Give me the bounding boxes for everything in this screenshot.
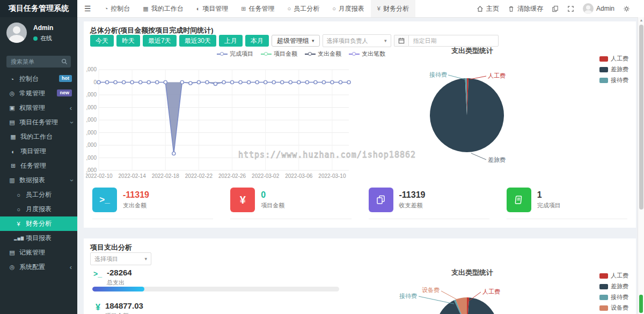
clear-cache-button[interactable]: 清除缓存 (508, 4, 543, 13)
pie-legend-item[interactable]: 差旅费 (599, 282, 628, 290)
pie-legend-item[interactable]: 设备费 (599, 304, 628, 312)
fullscreen-button[interactable] (567, 5, 574, 12)
svg-text:2022-02-18: 2022-02-18 (152, 173, 180, 179)
sidebar-item-console[interactable]: ◔ 控制台 hot (0, 72, 77, 86)
new-badge: new (57, 89, 72, 96)
expense-type-pie-chart[interactable]: 接待费 人工费 差旅费 (397, 58, 547, 184)
sidebar-item-label: 项目报表 (26, 234, 52, 243)
leader-line (448, 75, 465, 79)
stat-label: 项目金额 (261, 201, 284, 210)
circle-o-icon: ○ (288, 5, 291, 12)
home-button[interactable]: 主页 (477, 4, 499, 13)
date-input[interactable] (408, 35, 499, 47)
user-label: Admin (596, 5, 614, 12)
search-input[interactable] (10, 58, 61, 65)
sidebar-item-project-tasks[interactable]: ▤ 项目任务管理 ‹ (0, 115, 77, 130)
tab-monthly-report[interactable]: ○ 月度报表 (326, 0, 371, 17)
sidebar-item-system-config[interactable]: ◎ 系统配置 ‹ (0, 260, 77, 274)
filter-thismonth-button[interactable]: 本月 (245, 35, 269, 47)
pie-label-reception: 接待费 (429, 71, 447, 78)
tab-label: 我的工作台 (151, 4, 184, 13)
pie-label-reception: 接待费 (399, 293, 417, 299)
filter-yesterday-button[interactable]: 昨天 (116, 35, 140, 47)
filter-lastmonth-button[interactable]: 上月 (219, 35, 243, 47)
sidebar-item-monthly-report[interactable]: ○ 月度报表 (0, 202, 77, 216)
stat-balance: -11319 收支差额 (369, 185, 489, 219)
copy-icon (552, 5, 559, 12)
svg-text:2022-02-22: 2022-02-22 (185, 173, 213, 179)
copy-icon (369, 188, 393, 212)
copy-button[interactable] (552, 5, 559, 12)
line-chart[interactable]: ,0000,000,000,000,000,000,000,0002022-02… (86, 65, 354, 184)
legend-item-expense-amount[interactable]: 支出金额 (305, 50, 341, 58)
pie-legend-item[interactable]: 接待费 (599, 76, 628, 84)
caret-down-icon: ▾ (312, 38, 314, 43)
scrollbar-track[interactable]: ▲ (638, 17, 644, 314)
calendar-icon (398, 38, 405, 44)
sidebar-item-label: 权限管理 (19, 103, 45, 113)
inner-scrollbar-thumb[interactable] (639, 295, 643, 313)
sidebar-item-employee-analysis[interactable]: ○ 员工分析 (0, 188, 77, 202)
pie-legend-item[interactable]: 接待费 (599, 293, 628, 301)
sidebar-item-workbench[interactable]: ▦ 我的工作台 (0, 130, 77, 144)
tab-workbench[interactable]: ▦ 我的工作台 (136, 0, 189, 17)
pie-legend-item[interactable]: 人工费 (599, 272, 628, 280)
legend-item-completed-projects[interactable]: 完成项目 (217, 50, 253, 58)
scrollbar-thumb[interactable] (639, 25, 643, 210)
owner-select[interactable]: 选择项目负责人 ▾ (323, 34, 391, 47)
group-dropdown-button[interactable]: 超级管理组 ▾ (272, 35, 320, 47)
user-menu[interactable]: Admin (583, 3, 614, 14)
filter-7days-button[interactable]: 最近7天 (143, 35, 177, 47)
svg-text:,000: ,000 (86, 104, 97, 110)
sidebar-item-task-mgmt[interactable]: ⊞ 任务管理 (0, 159, 77, 173)
svg-text:2022-02-10: 2022-02-10 (86, 173, 113, 179)
tab-project-mgmt[interactable]: ◐ 项目管理 (190, 0, 235, 17)
legend-item-project-amount[interactable]: 项目金额 (261, 50, 297, 58)
project-select[interactable]: 选择项目 ▾ (90, 252, 151, 265)
tab-task-mgmt[interactable]: ⊞ 任务管理 (235, 0, 281, 17)
pie-legend-item[interactable]: 人工费 (599, 55, 628, 63)
online-dot-icon (33, 36, 38, 41)
tab-console[interactable]: ◔ 控制台 (98, 0, 137, 17)
stat-label: 支出金额 (123, 201, 149, 210)
sidebar-item-finance-analysis[interactable]: ¥ 财务分析 (0, 216, 77, 231)
task-icon: ⊞ (241, 5, 246, 12)
stat-expense-amount: >_ -11319 支出金额 (92, 185, 213, 219)
hamburger-icon[interactable]: ☰ (77, 4, 98, 13)
sidebar-item-data-report[interactable]: ▥ 数据报表 ‹ (0, 173, 77, 188)
tab-employee-analysis[interactable]: ○ 员工分析 (281, 0, 326, 17)
caret-down-icon: ▾ (384, 38, 387, 43)
avatar[interactable] (6, 23, 27, 43)
expense-type-pie-chart-2[interactable]: 接待费 设备费 人工费 (397, 271, 547, 314)
calendar-button[interactable] (394, 35, 408, 47)
sidebar-nav: ◔ 控制台 hot ◎ 常规管理 new ▣ 权限管理 ‹ ▤ 项目任务管理 ‹… (0, 72, 77, 274)
caret-down-icon: ▾ (144, 256, 147, 261)
legend-item-expense-count[interactable]: 支出笔数 (349, 50, 385, 58)
leader-line (441, 291, 461, 302)
yen-icon: ¥ (14, 221, 23, 227)
legend-swatch (599, 78, 608, 83)
sidebar-item-ledger[interactable]: ▤ 记账管理 (0, 245, 77, 260)
owner-select-placeholder: 选择项目负责人 (327, 37, 368, 45)
filter-30days-button[interactable]: 最近30天 (179, 35, 216, 47)
sidebar-item-project-report[interactable]: ▂▅▇ 项目报表 (0, 231, 77, 245)
settings-button[interactable] (623, 5, 630, 12)
progress-fill (92, 287, 144, 291)
gears-icon: ◎ (8, 90, 17, 97)
search-icon[interactable] (61, 58, 68, 65)
stat-value: 1 (537, 190, 561, 200)
terminal-icon: >_ (93, 268, 102, 287)
pie-legend-item[interactable]: 差旅费 (599, 65, 628, 73)
legend-label: 差旅费 (611, 282, 628, 290)
leader-line (419, 296, 454, 304)
sidebar-item-label: 系统配置 (19, 263, 45, 272)
sidebar-item-project-mgmt[interactable]: ◐ 项目管理 (0, 144, 77, 159)
pie-label-travel: 差旅费 (488, 156, 506, 163)
sidebar-item-permissions[interactable]: ▣ 权限管理 ‹ (0, 101, 77, 115)
scroll-up-arrow-icon[interactable]: ▲ (638, 18, 644, 22)
sidebar-item-general[interactable]: ◎ 常规管理 new (0, 86, 77, 101)
tab-finance-analysis[interactable]: ¥ 财务分析 (371, 0, 415, 17)
yen-icon: ¥ (230, 188, 255, 212)
filter-bar: 今天 昨天 最近7天 最近30天 上月 本月 超级管理组 ▾ 选择项目负责人 ▾ (90, 34, 499, 47)
filter-today-button[interactable]: 今天 (90, 35, 114, 47)
